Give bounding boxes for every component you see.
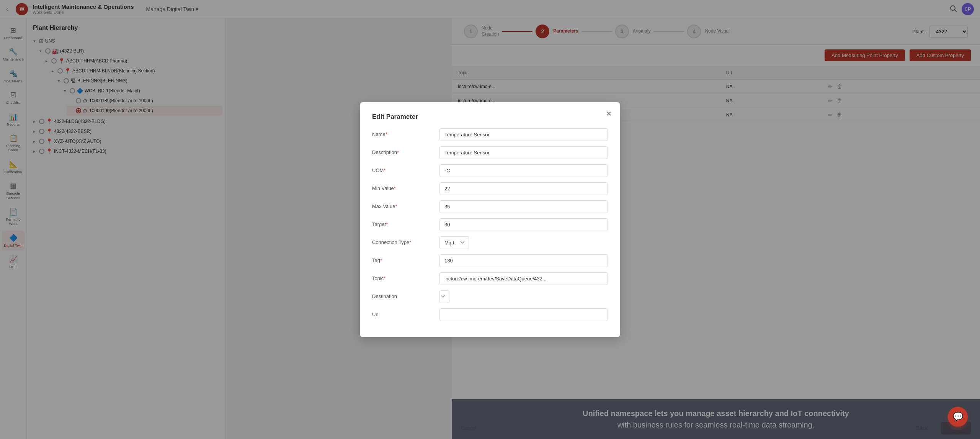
field-label-target: Target* — [372, 218, 433, 227]
field-label-uom: UOM* — [372, 164, 433, 173]
form-row-name: Name* — [372, 128, 608, 141]
field-label-name: Name* — [372, 128, 433, 137]
field-input-uom[interactable] — [439, 164, 608, 177]
field-input-target[interactable] — [439, 218, 608, 231]
connection-type-wrapper: Mqtt OPC-UA REST — [439, 236, 608, 249]
field-input-topic[interactable] — [439, 272, 608, 285]
field-label-url: Url — [372, 308, 433, 317]
form-row-min-value: Min Value* — [372, 182, 608, 195]
form-row-uom: UOM* — [372, 164, 608, 177]
field-select-destination[interactable] — [439, 290, 449, 303]
form-row-topic: Topic* — [372, 272, 608, 285]
field-select-connection-type[interactable]: Mqtt OPC-UA REST — [439, 236, 469, 249]
field-input-min-value[interactable] — [439, 182, 608, 195]
field-label-min-value: Min Value* — [372, 182, 433, 191]
form-row-description: Description* — [372, 146, 608, 159]
field-input-max-value[interactable] — [439, 200, 608, 213]
field-input-description[interactable] — [439, 146, 608, 159]
modal-title: Edit Parameter — [372, 113, 608, 121]
field-input-name[interactable] — [439, 128, 608, 141]
field-label-destination: Destination — [372, 290, 433, 299]
form-row-tag: Tag* — [372, 254, 608, 267]
form-row-max-value: Max Value* — [372, 200, 608, 213]
edit-parameter-modal: Edit Parameter ✕ Name* Description* UOM* — [360, 102, 620, 337]
form-row-connection-type: Connection Type* Mqtt OPC-UA REST — [372, 236, 608, 249]
destination-wrapper — [439, 290, 608, 303]
field-label-topic: Topic* — [372, 272, 433, 281]
form-row-destination: Destination — [372, 290, 608, 303]
field-label-connection-type: Connection Type* — [372, 236, 433, 245]
chat-button[interactable]: 💬 — [948, 407, 968, 427]
form-row-target: Target* — [372, 218, 608, 231]
form-row-url: Url — [372, 308, 608, 321]
modal-overlay: Edit Parameter ✕ Name* Description* UOM* — [0, 0, 980, 439]
chat-icon: 💬 — [953, 412, 963, 422]
field-label-max-value: Max Value* — [372, 200, 433, 209]
field-label-tag: Tag* — [372, 254, 433, 263]
field-label-description: Description* — [372, 146, 433, 155]
field-input-url[interactable] — [439, 308, 608, 321]
modal-close-button[interactable]: ✕ — [603, 108, 614, 119]
field-input-tag[interactable] — [439, 254, 608, 267]
